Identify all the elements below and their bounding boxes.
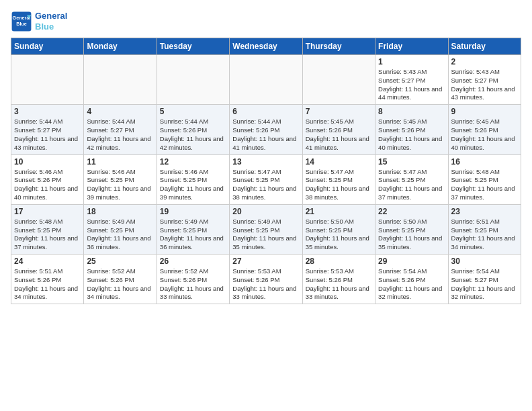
day-number: 9 [451,107,518,116]
day-info: Sunrise: 5:47 AM Sunset: 5:25 PM Dayligh… [232,168,299,202]
day-number: 2 [451,57,518,66]
day-info: Sunrise: 5:53 AM Sunset: 5:26 PM Dayligh… [232,267,299,302]
calendar-week-row: 3Sunrise: 5:44 AM Sunset: 5:27 PM Daylig… [11,105,521,154]
calendar-day-cell: 7Sunrise: 5:45 AM Sunset: 5:26 PM Daylig… [302,105,375,154]
calendar-day-cell: 13Sunrise: 5:47 AM Sunset: 5:25 PM Dayli… [230,154,302,204]
page-header: General Blue GeneralBlue [11,11,521,32]
calendar-day-cell [230,55,302,105]
day-number: 1 [378,57,445,66]
day-number: 10 [14,157,81,167]
day-info: Sunrise: 5:49 AM Sunset: 5:25 PM Dayligh… [232,218,299,252]
day-number: 16 [451,157,518,167]
day-number: 24 [14,257,81,266]
calendar-day-cell: 9Sunrise: 5:45 AM Sunset: 5:26 PM Daylig… [448,105,521,154]
day-number: 26 [160,257,226,266]
calendar-day-cell: 17Sunrise: 5:48 AM Sunset: 5:25 PM Dayli… [11,204,84,254]
weekday-header: Tuesday [157,38,229,55]
calendar-day-cell [11,55,84,105]
day-info: Sunrise: 5:52 AM Sunset: 5:26 PM Dayligh… [160,267,226,302]
calendar-day-cell: 6Sunrise: 5:44 AM Sunset: 5:26 PM Daylig… [230,105,302,154]
calendar-day-cell: 26Sunrise: 5:52 AM Sunset: 5:26 PM Dayli… [157,255,229,304]
calendar-day-cell: 25Sunrise: 5:52 AM Sunset: 5:26 PM Dayli… [84,255,157,304]
day-info: Sunrise: 5:51 AM Sunset: 5:25 PM Dayligh… [451,218,518,252]
day-number: 29 [378,257,445,266]
day-info: Sunrise: 5:50 AM Sunset: 5:25 PM Dayligh… [306,218,372,252]
day-info: Sunrise: 5:44 AM Sunset: 5:26 PM Dayligh… [160,118,226,152]
day-number: 11 [87,157,153,167]
calendar-day-cell: 5Sunrise: 5:44 AM Sunset: 5:26 PM Daylig… [157,105,229,154]
day-number: 15 [378,157,445,167]
day-number: 19 [160,207,226,216]
day-number: 23 [451,207,518,216]
calendar-day-cell: 19Sunrise: 5:49 AM Sunset: 5:25 PM Dayli… [157,204,229,254]
day-number: 5 [160,107,226,116]
day-info: Sunrise: 5:48 AM Sunset: 5:25 PM Dayligh… [451,168,518,202]
weekday-header: Monday [84,38,157,55]
day-info: Sunrise: 5:49 AM Sunset: 5:25 PM Dayligh… [87,218,153,252]
calendar-day-cell [84,55,157,105]
day-info: Sunrise: 5:52 AM Sunset: 5:26 PM Dayligh… [87,267,153,302]
day-info: Sunrise: 5:45 AM Sunset: 5:26 PM Dayligh… [451,118,518,152]
day-info: Sunrise: 5:43 AM Sunset: 5:27 PM Dayligh… [378,68,445,102]
calendar-day-cell: 20Sunrise: 5:49 AM Sunset: 5:25 PM Dayli… [230,204,302,254]
day-number: 13 [232,157,299,167]
day-info: Sunrise: 5:54 AM Sunset: 5:26 PM Dayligh… [378,267,445,302]
day-number: 25 [87,257,153,266]
day-info: Sunrise: 5:43 AM Sunset: 5:27 PM Dayligh… [451,68,518,102]
calendar-day-cell: 14Sunrise: 5:47 AM Sunset: 5:25 PM Dayli… [302,154,375,204]
logo-text: GeneralBlue [35,11,67,32]
day-info: Sunrise: 5:50 AM Sunset: 5:25 PM Dayligh… [378,218,445,252]
calendar-day-cell: 12Sunrise: 5:46 AM Sunset: 5:25 PM Dayli… [157,154,229,204]
calendar-day-cell: 22Sunrise: 5:50 AM Sunset: 5:25 PM Dayli… [375,204,448,254]
calendar-day-cell: 21Sunrise: 5:50 AM Sunset: 5:25 PM Dayli… [302,204,375,254]
calendar-day-cell: 1Sunrise: 5:43 AM Sunset: 5:27 PM Daylig… [375,55,448,105]
day-info: Sunrise: 5:44 AM Sunset: 5:27 PM Dayligh… [14,118,81,152]
calendar-day-cell [157,55,229,105]
day-info: Sunrise: 5:45 AM Sunset: 5:26 PM Dayligh… [306,118,372,152]
day-info: Sunrise: 5:51 AM Sunset: 5:26 PM Dayligh… [14,267,81,302]
day-info: Sunrise: 5:53 AM Sunset: 5:26 PM Dayligh… [306,267,372,302]
calendar-week-row: 1Sunrise: 5:43 AM Sunset: 5:27 PM Daylig… [11,55,521,105]
day-info: Sunrise: 5:47 AM Sunset: 5:25 PM Dayligh… [306,168,372,202]
day-number: 6 [232,107,299,116]
day-number: 4 [87,107,153,116]
day-number: 28 [306,257,372,266]
calendar-table: SundayMondayTuesdayWednesdayThursdayFrid… [11,38,521,304]
day-number: 17 [14,207,81,216]
calendar-day-cell [302,55,375,105]
weekday-header: Saturday [448,38,521,55]
day-number: 22 [378,207,445,216]
day-info: Sunrise: 5:46 AM Sunset: 5:25 PM Dayligh… [87,168,153,202]
day-info: Sunrise: 5:46 AM Sunset: 5:26 PM Dayligh… [14,168,81,202]
day-number: 20 [232,207,299,216]
calendar-day-cell: 10Sunrise: 5:46 AM Sunset: 5:26 PM Dayli… [11,154,84,204]
logo-icon: General Blue [11,11,32,32]
calendar-day-cell: 15Sunrise: 5:47 AM Sunset: 5:25 PM Dayli… [375,154,448,204]
calendar-day-cell: 3Sunrise: 5:44 AM Sunset: 5:27 PM Daylig… [11,105,84,154]
weekday-header: Sunday [11,38,84,55]
calendar-day-cell: 24Sunrise: 5:51 AM Sunset: 5:26 PM Dayli… [11,255,84,304]
weekday-header: Friday [375,38,448,55]
calendar-day-cell: 16Sunrise: 5:48 AM Sunset: 5:25 PM Dayli… [448,154,521,204]
day-number: 8 [378,107,445,116]
day-info: Sunrise: 5:48 AM Sunset: 5:25 PM Dayligh… [14,218,81,252]
calendar-day-cell: 18Sunrise: 5:49 AM Sunset: 5:25 PM Dayli… [84,204,157,254]
day-number: 12 [160,157,226,167]
calendar-day-cell: 2Sunrise: 5:43 AM Sunset: 5:27 PM Daylig… [448,55,521,105]
calendar-header-row: SundayMondayTuesdayWednesdayThursdayFrid… [11,38,521,55]
day-number: 7 [306,107,372,116]
logo: General Blue GeneralBlue [11,11,67,32]
day-info: Sunrise: 5:45 AM Sunset: 5:26 PM Dayligh… [378,118,445,152]
calendar-day-cell: 29Sunrise: 5:54 AM Sunset: 5:26 PM Dayli… [375,255,448,304]
calendar-day-cell: 8Sunrise: 5:45 AM Sunset: 5:26 PM Daylig… [375,105,448,154]
day-number: 27 [232,257,299,266]
calendar-day-cell: 23Sunrise: 5:51 AM Sunset: 5:25 PM Dayli… [448,204,521,254]
day-info: Sunrise: 5:44 AM Sunset: 5:26 PM Dayligh… [232,118,299,152]
day-info: Sunrise: 5:44 AM Sunset: 5:27 PM Dayligh… [87,118,153,152]
day-info: Sunrise: 5:49 AM Sunset: 5:25 PM Dayligh… [160,218,226,252]
weekday-header: Wednesday [230,38,302,55]
calendar-day-cell: 4Sunrise: 5:44 AM Sunset: 5:27 PM Daylig… [84,105,157,154]
calendar-week-row: 24Sunrise: 5:51 AM Sunset: 5:26 PM Dayli… [11,255,521,304]
day-number: 14 [306,157,372,167]
day-info: Sunrise: 5:54 AM Sunset: 5:27 PM Dayligh… [451,267,518,302]
